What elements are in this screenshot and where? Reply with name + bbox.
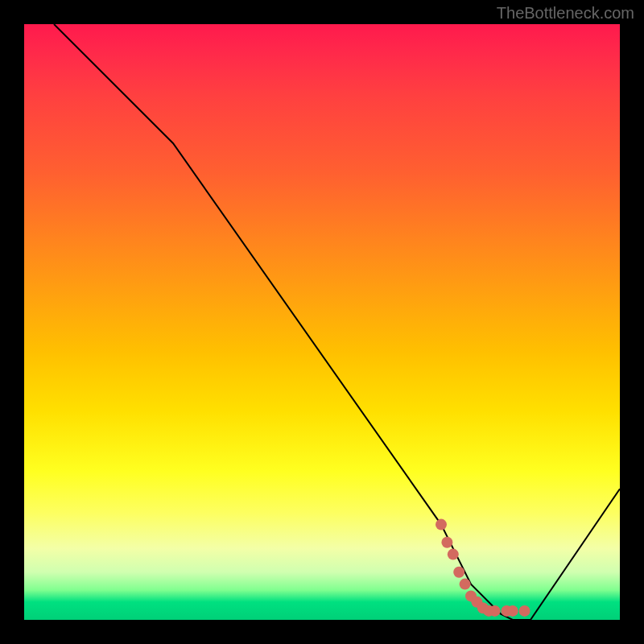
highlight-dot bbox=[448, 549, 459, 560]
highlight-dot bbox=[489, 605, 501, 617]
highlight-dot bbox=[453, 567, 464, 578]
chart-plot-area bbox=[24, 24, 620, 620]
chart-svg bbox=[24, 24, 620, 620]
watermark-text: TheBottleneck.com bbox=[497, 4, 634, 23]
bottleneck-curve-line bbox=[54, 24, 620, 620]
highlight-dot bbox=[519, 605, 530, 617]
highlight-dot bbox=[460, 579, 471, 590]
highlight-dot bbox=[436, 519, 447, 530]
highlight-dot bbox=[441, 537, 452, 548]
highlight-dots-group bbox=[436, 519, 530, 617]
highlight-dot bbox=[507, 605, 518, 617]
